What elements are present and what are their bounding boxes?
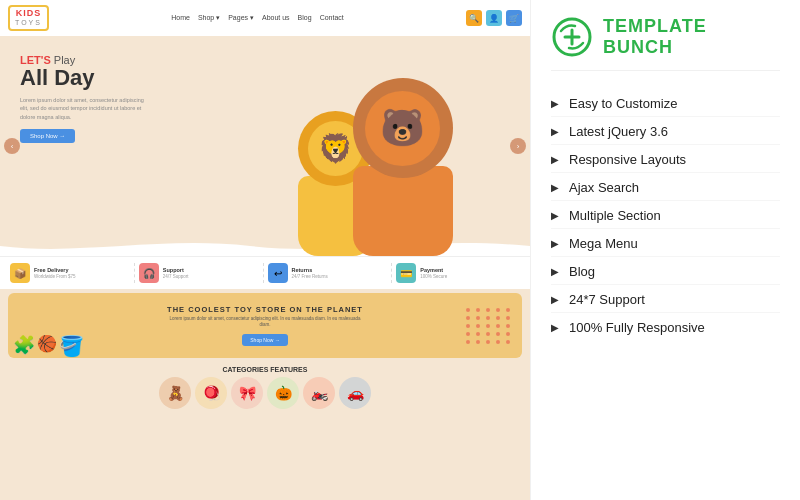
feature-blog: ▶ Blog (551, 259, 780, 285)
dot-pattern (466, 308, 512, 344)
feature-label-2: Responsive Layouts (569, 152, 686, 167)
category-pumpkin-icon: 🎃 (267, 377, 299, 409)
nav-links: Home Shop ▾ Pages ▾ About us Blog Contac… (57, 14, 458, 22)
category-bow-icon: 🎀 (231, 377, 263, 409)
categories-grid: 🧸 🪀 🎀 🎃 🏍️ 🚗 (8, 377, 522, 409)
banner-title: THE COOLEST TOY STORE ON THE PLANET (165, 305, 365, 314)
feature-label-7: 24*7 Support (569, 292, 645, 307)
category-bear-icon: 🧸 (159, 377, 191, 409)
category-yoyo-icon: 🪀 (195, 377, 227, 409)
banner-section: 🧩 🏀 🪣 THE COOLEST TOY STORE ON THE PLANE… (8, 293, 522, 358)
arrow-icon-0: ▶ (551, 98, 559, 109)
search-icon[interactable]: 🔍 (466, 10, 482, 26)
returns-sub: 24/7 Free Returns (292, 274, 328, 279)
feature-label-6: Blog (569, 264, 595, 279)
feature-mega-menu: ▶ Mega Menu (551, 231, 780, 257)
banner-cta-button[interactable]: Shop Now → (242, 334, 287, 346)
support-icon: 🎧 (139, 263, 159, 283)
feature-jquery: ▶ Latest jQuery 3.6 (551, 119, 780, 145)
hero-section: LET'S Play Play All Day Lorem ipsum dolo… (0, 36, 530, 256)
payment-sub: 100% Secure (420, 274, 447, 279)
user-icon[interactable]: 👤 (486, 10, 502, 26)
feature-label-4: Multiple Section (569, 208, 661, 223)
banner-text: THE COOLEST TOY STORE ON THE PLANET Lore… (165, 305, 365, 347)
logo-kids: KIDS (16, 9, 42, 19)
feature-support: 🎧 Support 24/7 Support (139, 263, 264, 283)
arrow-icon-3: ▶ (551, 182, 559, 193)
hero-toys: 🦁 🐻 (250, 41, 500, 256)
feature-responsive: ▶ Responsive Layouts (551, 147, 780, 173)
returns-title: Returns (292, 267, 328, 274)
payment-icon: 💳 (396, 263, 416, 283)
delivery-sub: Worldwide From $75 (34, 274, 75, 279)
feature-label-0: Easy to Customize (569, 96, 677, 111)
category-item[interactable]: 🏍️ (303, 377, 335, 409)
category-item[interactable]: 🎀 (231, 377, 263, 409)
feature-label-8: 100% Fully Responsive (569, 320, 705, 335)
feature-fully-responsive: ▶ 100% Fully Responsive (551, 315, 780, 340)
logo-toys: TOYS (15, 19, 42, 27)
category-item[interactable]: 🪀 (195, 377, 227, 409)
features-strip: 📦 Free Delivery Worldwide From $75 🎧 Sup… (0, 256, 530, 289)
shop-now-button[interactable]: Shop Now → (20, 129, 75, 143)
delivery-title: Free Delivery (34, 267, 75, 274)
arrow-icon-5: ▶ (551, 238, 559, 249)
banner-description: Lorem ipsum dolor sit amet, consectetur … (165, 316, 365, 329)
arrow-icon-4: ▶ (551, 210, 559, 221)
feature-support-247: ▶ 24*7 Support (551, 287, 780, 313)
category-car-icon: 🚗 (339, 377, 371, 409)
feature-label-3: Ajax Search (569, 180, 639, 195)
brand-name: TEMPLATE BUNCH (603, 16, 780, 58)
arrow-icon-8: ▶ (551, 322, 559, 333)
nav-pages[interactable]: Pages ▾ (228, 14, 254, 22)
feature-multiple-section: ▶ Multiple Section (551, 203, 780, 229)
hero-prev-button[interactable]: ‹ (4, 138, 20, 154)
nav-icons: 🔍 👤 🛒 (466, 10, 522, 26)
nav-about[interactable]: About us (262, 14, 290, 22)
features-list: ▶ Easy to Customize ▶ Latest jQuery 3.6 … (551, 91, 780, 484)
support-sub: 24/7 Support (163, 274, 189, 279)
feature-ajax-search: ▶ Ajax Search (551, 175, 780, 201)
arrow-icon-1: ▶ (551, 126, 559, 137)
arrow-icon-2: ▶ (551, 154, 559, 165)
category-item[interactable]: 🚗 (339, 377, 371, 409)
nav-contact[interactable]: Contact (320, 14, 344, 22)
delivery-icon: 📦 (10, 263, 30, 283)
cart-icon[interactable]: 🛒 (506, 10, 522, 26)
feature-easy-customize: ▶ Easy to Customize (551, 91, 780, 117)
nav-shop[interactable]: Shop ▾ (198, 14, 220, 22)
feature-label-1: Latest jQuery 3.6 (569, 124, 668, 139)
nav-bar: KIDS TOYS Home Shop ▾ Pages ▾ About us B… (0, 0, 530, 36)
category-item[interactable]: 🎃 (267, 377, 299, 409)
arrow-icon-7: ▶ (551, 294, 559, 305)
category-item[interactable]: 🧸 (159, 377, 191, 409)
nav-blog[interactable]: Blog (298, 14, 312, 22)
category-bike-icon: 🏍️ (303, 377, 335, 409)
arrow-icon-6: ▶ (551, 266, 559, 277)
nav-home[interactable]: Home (171, 14, 190, 22)
banner-toys: 🧩 🏀 🪣 (13, 334, 84, 358)
hero-description: Lorem ipsum dolor sit amet, consectetur … (20, 96, 150, 121)
brand-header: TEMPLATE BUNCH (551, 16, 780, 71)
hero-text: LET'S Play Play All Day Lorem ipsum dolo… (20, 54, 150, 143)
brand-logo-icon (551, 16, 593, 58)
logo[interactable]: KIDS TOYS (8, 5, 49, 31)
feature-label-5: Mega Menu (569, 236, 638, 251)
left-panel: KIDS TOYS Home Shop ▾ Pages ▾ About us B… (0, 0, 530, 500)
payment-title: Payment (420, 267, 447, 274)
feature-payment: 💳 Payment 100% Secure (396, 263, 520, 283)
categories-title: CATEGORIES FEATURES (8, 366, 522, 373)
right-panel: TEMPLATE BUNCH ▶ Easy to Customize ▶ Lat… (530, 0, 800, 500)
feature-returns: ↩ Returns 24/7 Free Returns (268, 263, 393, 283)
returns-icon: ↩ (268, 263, 288, 283)
support-title: Support (163, 267, 189, 274)
hero-next-button[interactable]: › (510, 138, 526, 154)
hero-all-day: All Day (20, 66, 150, 90)
feature-free-delivery: 📦 Free Delivery Worldwide From $75 (10, 263, 135, 283)
categories-section: CATEGORIES FEATURES 🧸 🪀 🎀 🎃 🏍️ 🚗 (0, 362, 530, 411)
